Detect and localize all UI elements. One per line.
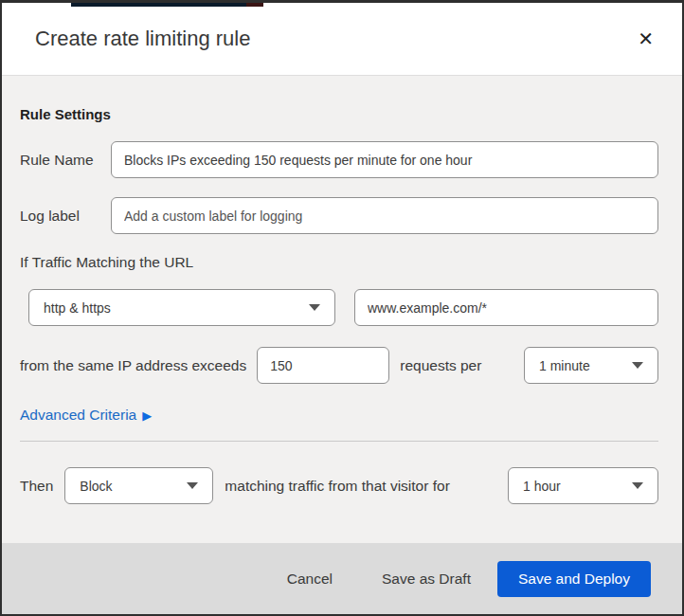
log-label-input[interactable] (111, 197, 658, 234)
rule-settings-heading: Rule Settings (20, 106, 658, 122)
threshold-row: from the same IP address exceeds request… (20, 347, 658, 384)
request-count-input[interactable] (257, 347, 389, 384)
rule-name-label: Rule Name (20, 152, 111, 169)
url-match-row: http & https (20, 289, 658, 326)
rule-name-input[interactable] (111, 141, 658, 178)
cancel-button[interactable]: Cancel (278, 563, 342, 595)
chevron-down-icon (309, 304, 320, 311)
save-as-draft-button[interactable]: Save as Draft (372, 563, 480, 595)
advanced-criteria-link[interactable]: Advanced Criteria ▶ (20, 407, 152, 424)
then-label: Then (20, 478, 53, 495)
close-icon: ✕ (638, 27, 654, 50)
expand-right-arrow-icon: ▶ (142, 409, 152, 422)
top-edge-strip-accent (246, 3, 263, 7)
period-select-value: 1 minute (539, 358, 590, 373)
duration-select[interactable]: 1 hour (508, 467, 658, 504)
log-label-label: Log label (20, 208, 111, 225)
threshold-middle-text: requests per (400, 357, 481, 374)
scheme-select-value: http & https (44, 300, 111, 316)
save-and-deploy-button[interactable]: Save and Deploy (497, 561, 651, 597)
scheme-select[interactable]: http & https (28, 289, 335, 326)
action-row: Then Block matching traffic from that vi… (20, 467, 658, 504)
traffic-match-intro: If Traffic Matching the URL (20, 254, 658, 271)
url-pattern-input[interactable] (354, 289, 658, 326)
dialog-footer: Cancel Save as Draft Save and Deploy (2, 543, 682, 614)
create-rate-limiting-rule-dialog: Create rate limiting rule ✕ Rule Setting… (0, 0, 684, 616)
action-select-value: Block (80, 479, 112, 494)
dialog-title: Create rate limiting rule (35, 27, 634, 51)
threshold-prefix-text: from the same IP address exceeds (20, 357, 246, 374)
chevron-down-icon (632, 482, 643, 489)
duration-select-value: 1 hour (523, 479, 561, 494)
period-select[interactable]: 1 minute (524, 347, 658, 384)
chevron-down-icon (187, 482, 198, 489)
section-divider (20, 441, 658, 442)
action-select[interactable]: Block (64, 467, 213, 504)
rule-name-row: Rule Name (20, 141, 658, 178)
action-middle-text: matching traffic from that visitor for (225, 478, 449, 495)
log-label-row: Log label (20, 197, 658, 234)
advanced-criteria-label: Advanced Criteria (20, 407, 136, 424)
dialog-body: Rule Settings Rule Name Log label If Tra… (2, 106, 682, 504)
chevron-down-icon (632, 362, 643, 369)
top-edge-strip (71, 3, 246, 7)
dialog-header: Create rate limiting rule ✕ (2, 3, 682, 76)
close-button[interactable]: ✕ (634, 26, 657, 52)
